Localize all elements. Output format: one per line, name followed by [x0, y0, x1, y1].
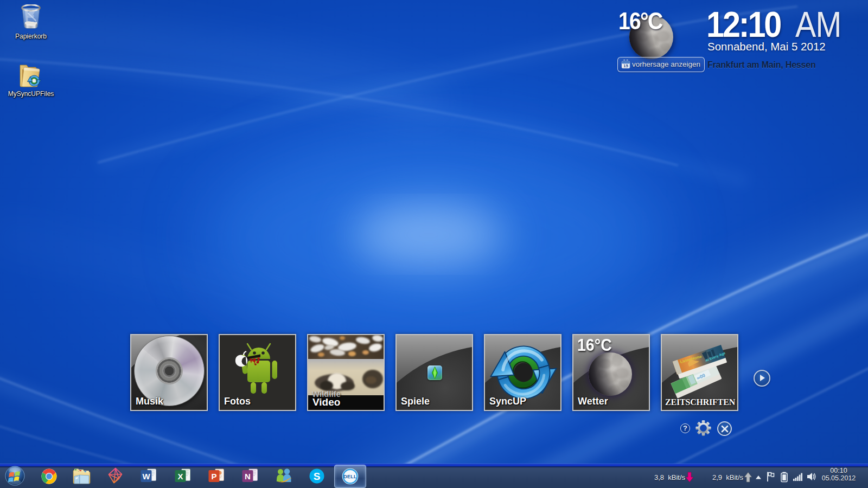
svg-text:15: 15	[623, 63, 628, 68]
svg-text:DELL: DELL	[343, 474, 357, 479]
svg-text:X: X	[177, 472, 183, 481]
svg-text:N: N	[245, 472, 251, 481]
svg-text:S: S	[314, 471, 321, 482]
svg-text:W: W	[142, 472, 150, 481]
svg-text:P: P	[211, 472, 216, 481]
